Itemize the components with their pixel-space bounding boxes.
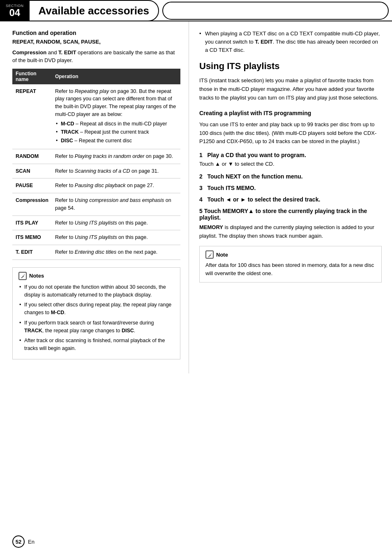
its-intro: ITS (instant track selection) lets you m… [199, 76, 382, 102]
step-5-header: 5 Touch MEMORY▲ to store the currently p… [199, 208, 382, 221]
table-row: ITS MEMO Refer to Using ITS playlists on… [12, 230, 180, 245]
note-text: After data for 100 discs has been stored… [205, 261, 376, 278]
table-col1: Function name [12, 69, 52, 84]
list-item: If you do not operate the function withi… [18, 283, 174, 299]
table-row: Compression Refer to Using compression a… [12, 193, 180, 216]
function-name-repeat: REPEAT [12, 84, 52, 149]
op-intro-text: Compression and T. EDIT operations are b… [12, 49, 180, 65]
function-name-random: RANDOM [12, 149, 52, 164]
list-item: After track or disc scanning is finished… [18, 337, 174, 352]
table-row: PAUSE Refer to Pausing disc playback on … [12, 178, 180, 193]
step-5: 5 Touch MEMORY▲ to store the currently p… [199, 208, 382, 241]
function-name-tedit: T. EDIT [12, 245, 52, 260]
table-row: ITS PLAY Refer to Using ITS playlists on… [12, 215, 180, 230]
function-operation-title: Function and operation [12, 30, 180, 36]
list-item: If you select other discs during repeat … [18, 301, 174, 317]
creating-text: You can use ITS to enter and play back u… [199, 120, 382, 146]
function-name-itsmemo: ITS MEMO [12, 230, 52, 245]
section-number: 04 [9, 8, 20, 18]
notes-list: If you do not operate the function withi… [18, 283, 174, 352]
function-name-itsplay: ITS PLAY [12, 215, 52, 230]
step-3: 3 Touch ITS MEMO. [199, 185, 382, 191]
notes-title: Notes [29, 273, 44, 279]
function-op-repeat: Refer to Repeating play on page 30. But … [52, 84, 180, 149]
step-2-header: 2 Touch NEXT on the function menu. [199, 173, 382, 180]
page-header: Section 04 Available accessories [0, 0, 392, 21]
function-op-itsmemo: Refer to Using ITS playlists on this pag… [52, 230, 180, 245]
list-item: DISC – Repeat the current disc [55, 137, 177, 145]
step-4: 4 Touch ◄ or ► to select the desired tra… [199, 196, 382, 203]
step-1: 1 Play a CD that you want to program. To… [199, 152, 382, 168]
page-number: 52 [12, 535, 25, 548]
right-column: When playing a CD TEXT disc on a CD TEXT… [189, 21, 392, 373]
left-column: Function and operation REPEAT, RANDOM, S… [0, 21, 189, 373]
note-title: Note [216, 252, 228, 258]
step-1-header: 1 Play a CD that you want to program. [199, 152, 382, 158]
step-1-subtext: Touch ▲ or ▼ to select the CD. [199, 160, 382, 168]
note-icon: 𝒿 [205, 250, 214, 259]
function-op-scan: Refer to Scanning tracks of a CD on page… [52, 164, 180, 178]
notes-box: 𝒿 Notes If you do not operate the functi… [12, 267, 180, 359]
list-item: If you perform track search or fast forw… [18, 319, 174, 335]
note-box: 𝒿 Note After data for 100 discs has been… [199, 246, 382, 282]
function-op-compression: Refer to Using compression and bass emph… [52, 193, 180, 216]
function-op-random: Refer to Playing tracks in random order … [52, 149, 180, 164]
list-item: M-CD – Repeat all discs in the multi-CD … [55, 120, 177, 128]
table-col2: Operation [52, 69, 180, 84]
header-title-pill: Available accessories [30, 0, 159, 21]
table-row: REPEAT Refer to Repeating play on page 3… [12, 84, 180, 149]
note-box-header: 𝒿 Note [205, 250, 376, 259]
tedit-bold: T. EDIT [58, 49, 76, 56]
step-3-header: 3 Touch ITS MEMO. [199, 185, 382, 191]
function-op-itsplay: Refer to Using ITS playlists on this pag… [52, 215, 180, 230]
step-5-body: MEMORY is displayed and the currently pl… [199, 223, 382, 241]
main-content: Function and operation REPEAT, RANDOM, S… [0, 21, 392, 373]
function-name-compression: Compression [12, 193, 52, 216]
note-icon: 𝒿 [18, 272, 27, 280]
function-op-pause: Refer to Pausing disc playback on page 2… [52, 178, 180, 193]
page-wrapper: Section 04 Available accessories Functio… [0, 0, 392, 556]
cdtext-note: When playing a CD TEXT disc on a CD TEXT… [199, 30, 382, 54]
its-title: Using ITS playlists [199, 61, 382, 72]
table-row: SCAN Refer to Scanning tracks of a CD on… [12, 164, 180, 178]
table-row: T. EDIT Refer to Entering disc titles on… [12, 245, 180, 260]
op-subtitle-line1: REPEAT, RANDOM, SCAN, PAUSE, [12, 39, 101, 45]
list-item: TRACK – Repeat just the current track [55, 128, 177, 136]
header-right-decoration [162, 2, 389, 20]
function-name-scan: SCAN [12, 164, 52, 178]
compression-bold: Compression [12, 49, 46, 56]
step-4-header: 4 Touch ◄ or ► to select the desired tra… [199, 196, 382, 203]
notes-header: 𝒿 Notes [18, 272, 174, 280]
function-table: Function name Operation REPEAT Refer to … [12, 69, 180, 260]
creating-title: Creating a playlist with ITS programming [199, 110, 382, 116]
page-title: Available accessories [39, 5, 149, 17]
language-label: En [28, 539, 35, 545]
table-row: RANDOM Refer to Playing tracks in random… [12, 149, 180, 164]
operation-subtitle: REPEAT, RANDOM, SCAN, PAUSE, [12, 38, 180, 46]
function-op-tedit: Refer to Entering disc titles on the nex… [52, 245, 180, 260]
step-2: 2 Touch NEXT on the function menu. [199, 173, 382, 180]
function-name-pause: PAUSE [12, 178, 52, 193]
page-footer: 52 En [12, 535, 35, 548]
section-badge: Section 04 [0, 0, 30, 21]
